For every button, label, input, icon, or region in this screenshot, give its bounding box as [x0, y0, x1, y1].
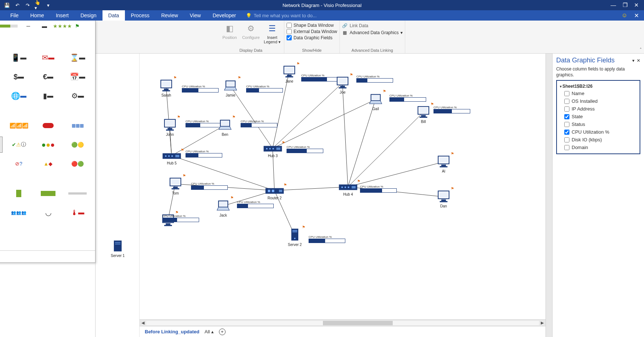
menu-insert[interactable]: Insert: [50, 10, 75, 21]
sheet-tab-active[interactable]: Before Linking_updated: [145, 329, 199, 334]
progress-chip[interactable]: [0, 23, 19, 29]
more-data-graphics-button[interactable]: ▦ More Data Graphics: [0, 250, 95, 262]
check-external-data-window[interactable]: External Data Window: [287, 29, 337, 34]
redo-icon[interactable]: ↷: [24, 2, 31, 8]
callout-server-option[interactable]: ▮▬: [35, 88, 61, 104]
color-blues[interactable]: [0, 234, 3, 247]
iconset-traffic2[interactable]: 🔴🟢: [64, 156, 91, 172]
node-hub5[interactable]: ⚑Hub 5: [162, 151, 182, 165]
node-hub4[interactable]: ⚑Hub 4: [338, 182, 358, 196]
field-status[interactable]: Status: [558, 120, 638, 128]
callout-pin-option[interactable]: 📍▬: [0, 69, 3, 85]
flag-green2-icon[interactable]: ⚑: [73, 23, 81, 29]
field-state[interactable]: State: [558, 113, 638, 120]
diagram-canvas[interactable]: ⚑SarahCPU Utilization %⚑JamieCPU Utiliza…: [140, 54, 546, 319]
field-name[interactable]: Name: [558, 90, 638, 97]
callout-dollar-option[interactable]: $▬: [6, 69, 32, 85]
node-server2[interactable]: ⚑Server 2: [287, 228, 303, 247]
callout-phone-option[interactable]: 📱▬: [6, 50, 32, 66]
panel-close-icon[interactable]: ✕: [637, 58, 640, 63]
node-jane[interactable]: ⚑Jane: [281, 65, 298, 83]
save-icon[interactable]: 💾: [4, 2, 10, 8]
databar-thermo[interactable]: 🌡▬: [64, 204, 91, 221]
databar-5[interactable]: [64, 185, 91, 202]
callout-calendar-option[interactable]: 📅▬: [64, 69, 91, 85]
stars-chip[interactable]: ★★★★: [53, 23, 72, 29]
node-jack[interactable]: ⚑Jack: [215, 199, 231, 217]
menu-data[interactable]: Data: [102, 10, 125, 21]
node-sarah[interactable]: ⚑Sarah: [158, 79, 175, 97]
scroll-right-icon[interactable]: ▶: [539, 320, 546, 325]
databar-people[interactable]: 👥👥👥: [6, 204, 32, 221]
menu-design[interactable]: Design: [75, 10, 102, 21]
callout-database-option[interactable]: 🗄▬: [0, 88, 3, 104]
databar-chip[interactable]: ▬: [37, 23, 52, 29]
node-joe[interactable]: ⚑Joe: [334, 76, 351, 94]
check-data-graphic-fields[interactable]: Data Graphic Fields: [287, 35, 337, 40]
iconset-shapes[interactable]: ▲◆: [35, 156, 61, 172]
insert-legend-button[interactable]: ☰ Insert Legend ▾: [263, 22, 282, 44]
minimize-icon[interactable]: —: [611, 2, 616, 8]
databar-gauge[interactable]: ◡: [35, 204, 61, 221]
advanced-data-graphics-button[interactable]: ▦ Advanced Data Graphics ▾: [342, 30, 403, 36]
iconset-flags[interactable]: ⚑⚑⚑: [0, 137, 3, 153]
iconset-circles[interactable]: ●●●: [35, 137, 61, 153]
menu-view[interactable]: View: [184, 10, 207, 21]
panel-menu-icon[interactable]: ▾: [632, 58, 634, 63]
undo-icon[interactable]: ↶: [14, 2, 21, 8]
touch-mode-icon[interactable]: 👆▾: [35, 2, 41, 8]
restore-icon[interactable]: ❐: [623, 2, 627, 8]
databar-3[interactable]: [6, 185, 32, 202]
horizontal-scrollbar[interactable]: ◀ ▶: [140, 319, 546, 326]
smiley-icon[interactable]: ☺: [622, 12, 627, 19]
node-router2[interactable]: ⚑Router 2: [265, 186, 285, 200]
scroll-thumb[interactable]: [323, 321, 393, 325]
iconset-thumbs[interactable]: 👍👎: [0, 117, 3, 134]
iconset-signs[interactable]: ✔⚠ⓘ: [6, 137, 32, 153]
node-bill[interactable]: ⚑Bill: [415, 105, 432, 124]
close-icon[interactable]: ✕: [634, 2, 639, 8]
iconset-stop[interactable]: ⊘?: [6, 156, 32, 172]
node-al[interactable]: ⚑Al: [435, 155, 452, 173]
iconset-wifi[interactable]: 📶📶📶: [6, 117, 32, 134]
databar-2[interactable]: [0, 185, 3, 202]
node-server1[interactable]: Server 1: [109, 239, 126, 258]
node-gail[interactable]: ⚑Gail: [367, 92, 384, 111]
field-os-installed[interactable]: OS Installed: [558, 97, 638, 105]
scroll-left-icon[interactable]: ◀: [140, 320, 146, 325]
menu-process[interactable]: Process: [125, 10, 155, 21]
iconset-traffic[interactable]: 🟢🟡: [64, 137, 91, 153]
menu-review[interactable]: Review: [155, 10, 184, 21]
callout-mail-option[interactable]: ✉▬: [35, 50, 61, 66]
node-dan[interactable]: ⚑Dan: [435, 189, 452, 208]
callout-gear-option[interactable]: ⚙▬: [64, 88, 91, 104]
node-jamie[interactable]: ⚑Jamie: [222, 79, 239, 97]
node-tom[interactable]: ⚑Tom: [167, 177, 184, 195]
callout-euro-option[interactable]: €▬: [35, 69, 61, 85]
callout-hourglass-option[interactable]: ⌛▬: [64, 50, 91, 66]
text-chip[interactable]: —: [21, 23, 36, 29]
qat-customize-icon[interactable]: ▾: [45, 2, 51, 8]
callout-bar-option[interactable]: [0, 50, 3, 66]
data-graphics-dropdown[interactable]: ⚑ ⚑ ⚑ — ▬ ★★★★ ⚑ ⚑ Callout ▬ ▬ 📱▬: [0, 21, 96, 263]
link-data-button[interactable]: 🔗 Link Data: [342, 23, 403, 29]
iconset-grid[interactable]: ▦▦▦: [64, 117, 91, 134]
node-hub3[interactable]: ⚑Hub 3: [263, 144, 283, 158]
close-subwindow-icon[interactable]: ✕: [634, 12, 639, 19]
node-ben[interactable]: ⚑Ben: [217, 118, 233, 137]
field-cpu-utilization-[interactable]: CPU Utilization %: [558, 128, 638, 136]
fields-source[interactable]: Sheet1$B2:I26: [558, 83, 638, 90]
databar-stars[interactable]: ★★★★: [0, 204, 3, 221]
iconset-flags2[interactable]: ⚑⚑: [0, 156, 3, 172]
field-disk-io-kbps-[interactable]: Disk IO (kbps): [558, 136, 638, 144]
iconset-toggle[interactable]: [35, 117, 61, 134]
vertical-scrollbar[interactable]: [546, 54, 552, 337]
check-shape-data-window[interactable]: Shape Data Window: [287, 23, 337, 28]
menu-developer[interactable]: Developer: [207, 10, 242, 21]
sheet-all-button[interactable]: All ▴: [205, 329, 214, 334]
tell-me-search[interactable]: 💡 Tell me what you want to do...: [246, 10, 317, 21]
databar-4[interactable]: [35, 185, 61, 202]
add-sheet-button[interactable]: +: [219, 329, 226, 335]
menu-file[interactable]: File: [4, 10, 25, 21]
collapse-ribbon-icon[interactable]: ˄: [640, 47, 642, 52]
